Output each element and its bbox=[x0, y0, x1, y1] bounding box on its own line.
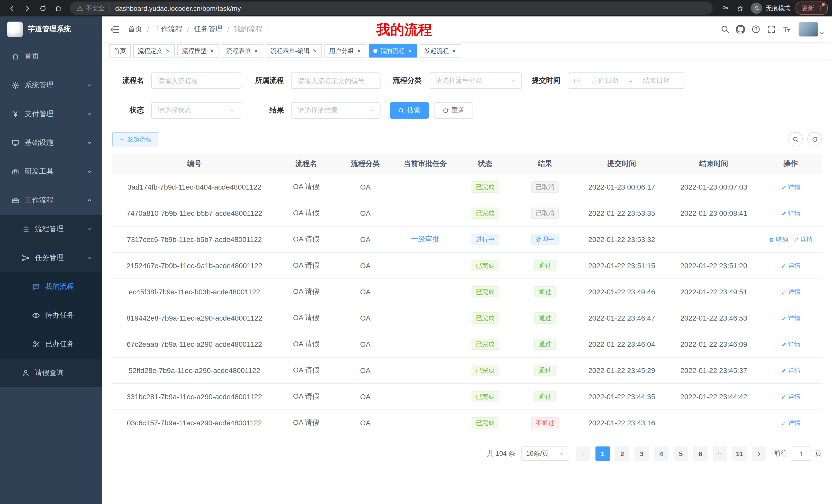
detail-action-button[interactable]: 详情 bbox=[781, 340, 800, 348]
breadcrumb-link[interactable]: 工作流程 bbox=[154, 25, 183, 34]
sidebar-item-done-tasks[interactable]: 已办任务 bbox=[0, 330, 102, 359]
close-icon[interactable] bbox=[407, 48, 412, 53]
toggle-search-button[interactable] bbox=[788, 132, 803, 146]
hamburger-icon[interactable] bbox=[102, 24, 128, 34]
process-def-input[interactable] bbox=[291, 73, 381, 89]
cell-id: 7470a810-7b9b-11ec-b5b7-acde48001122 bbox=[112, 200, 277, 226]
start-process-button[interactable]: 发起流程 bbox=[112, 132, 158, 146]
cell-submit-time: 2022-01-22 23:46:47 bbox=[575, 305, 668, 331]
page-size-select[interactable]: 10条/页 bbox=[521, 446, 569, 461]
fullscreen-icon[interactable] bbox=[763, 22, 779, 37]
close-icon[interactable] bbox=[209, 48, 214, 53]
search-button[interactable]: 搜索 bbox=[390, 102, 429, 119]
tab-process-model[interactable]: 流程模型 bbox=[177, 44, 219, 58]
sidebar-item-infrastructure[interactable]: 基础设施 bbox=[0, 129, 102, 157]
user-menu[interactable] bbox=[799, 22, 825, 36]
total-count: 共 104 条 bbox=[487, 449, 515, 458]
page-button[interactable]: 6 bbox=[693, 446, 707, 461]
detail-action-button[interactable]: 详情 bbox=[781, 366, 800, 375]
close-icon[interactable] bbox=[451, 48, 457, 53]
detail-action-button[interactable]: 详情 bbox=[781, 209, 800, 218]
detail-action-button[interactable]: 详情 bbox=[781, 314, 800, 323]
table-header-row: 编号流程名流程分类当前审批任务状态结果提交时间结束时间操作 bbox=[112, 153, 822, 174]
more-pages-button[interactable] bbox=[713, 446, 727, 461]
sidebar-item-dev-tools[interactable]: 研发工具 bbox=[0, 157, 102, 186]
address-bar[interactable]: 不安全 dashboard.yudao.iocoder.cn/bpm/task/… bbox=[70, 2, 713, 15]
tab-user-group[interactable]: 用户分组 bbox=[324, 44, 366, 58]
goto-page-input[interactable] bbox=[791, 446, 811, 461]
page-button[interactable]: 5 bbox=[674, 446, 688, 461]
close-icon[interactable] bbox=[254, 48, 259, 53]
cell-status: 已完成 bbox=[456, 331, 515, 357]
breadcrumb-link[interactable]: 首页 bbox=[128, 25, 142, 34]
table-toolbar: 发起流程 bbox=[112, 132, 822, 146]
refresh-table-button[interactable] bbox=[807, 132, 822, 146]
sidebar-item-home[interactable]: 首页 bbox=[0, 42, 102, 71]
tab-my-process[interactable]: 我的流程 bbox=[369, 44, 417, 58]
update-button[interactable]: 更新 bbox=[796, 2, 828, 15]
browser-menu-button[interactable] bbox=[815, 4, 825, 13]
tab-process-definition[interactable]: 流程定义 bbox=[133, 44, 175, 58]
close-icon[interactable] bbox=[356, 48, 362, 53]
sidebar-item-payment-management[interactable]: 支付管理 bbox=[0, 100, 102, 129]
breadcrumb-link[interactable]: 任务管理 bbox=[194, 25, 223, 34]
tab-start-process[interactable]: 发起流程 bbox=[420, 44, 461, 58]
avatar[interactable] bbox=[799, 22, 818, 36]
incognito-badge: 无痕模式 bbox=[751, 3, 790, 14]
tab-home[interactable]: 首页 bbox=[109, 44, 131, 58]
search-icon[interactable] bbox=[717, 22, 733, 37]
detail-action-button[interactable]: 详情 bbox=[781, 183, 800, 191]
current-task-link[interactable]: 一级审批 bbox=[411, 235, 440, 243]
column-header: 操作 bbox=[759, 153, 822, 174]
bookmark-star-icon[interactable] bbox=[733, 2, 747, 15]
filter-process-name: 流程名 bbox=[112, 73, 241, 89]
detail-action-button[interactable]: 详情 bbox=[781, 261, 800, 270]
page-button[interactable]: 2 bbox=[615, 446, 629, 461]
next-page-button[interactable] bbox=[752, 446, 766, 461]
page-button[interactable]: 4 bbox=[654, 446, 669, 461]
browser-forward-icon[interactable] bbox=[21, 2, 34, 15]
result-select[interactable]: 请选择流结果 bbox=[291, 102, 381, 119]
sidebar-item-process-management[interactable]: 流程管理 bbox=[0, 215, 102, 244]
cell-result: 通过 bbox=[515, 331, 575, 357]
submit-time-range-picker[interactable]: 开始日期 - 结束日期 bbox=[568, 73, 684, 89]
prev-page-button[interactable] bbox=[576, 446, 590, 461]
help-icon[interactable] bbox=[748, 22, 763, 37]
github-icon[interactable] bbox=[733, 22, 748, 37]
sidebar-item-my-process[interactable]: 我的流程 bbox=[0, 272, 102, 301]
status-select[interactable]: 请选择状态 bbox=[151, 102, 241, 119]
cell-process-name: OA 请假 bbox=[277, 331, 336, 357]
category-select[interactable]: 请选择流程分类 bbox=[429, 73, 522, 89]
browser-reload-icon[interactable] bbox=[36, 2, 49, 15]
sidebar-item-workflow[interactable]: 工作流程 bbox=[0, 186, 102, 215]
detail-action-button[interactable]: 详情 bbox=[781, 392, 800, 401]
tab-process-form[interactable]: 流程表单 bbox=[222, 44, 263, 58]
table-body: 3ad174fb-7b9d-11ec-8404-acde48001122OA 请… bbox=[112, 174, 822, 436]
sidebar-item-todo-tasks[interactable]: 待办任务 bbox=[0, 301, 102, 330]
sidebar-item-system-management[interactable]: 系统管理 bbox=[0, 71, 102, 100]
close-icon[interactable] bbox=[312, 48, 317, 53]
browser-back-icon[interactable] bbox=[5, 2, 19, 15]
tab-process-form-edit[interactable]: 流程表单-编辑 bbox=[266, 44, 322, 58]
cancel-action-button[interactable]: 取消 bbox=[769, 235, 788, 244]
chevron-up-icon bbox=[86, 255, 93, 261]
detail-action-button[interactable]: 详情 bbox=[793, 235, 813, 244]
sidebar-item-label: 待办任务 bbox=[45, 311, 102, 320]
close-icon[interactable] bbox=[165, 48, 170, 53]
process-name-label: 流程名 bbox=[112, 76, 151, 85]
page-button[interactable]: 1 bbox=[595, 446, 610, 461]
page-button[interactable]: 3 bbox=[634, 446, 649, 461]
breadcrumb-current: 我的流程 bbox=[234, 25, 262, 34]
detail-action-button[interactable]: 详情 bbox=[781, 287, 800, 296]
sidebar-item-task-management[interactable]: 任务管理 bbox=[0, 244, 102, 272]
detail-action-button[interactable]: 详情 bbox=[781, 418, 800, 427]
process-name-input[interactable] bbox=[151, 73, 241, 89]
table-row: 331bc281-7b9a-11ec-a290-acde48001122OA 请… bbox=[112, 384, 822, 410]
reset-button[interactable]: 重置 bbox=[434, 102, 473, 119]
browser-home-icon[interactable] bbox=[51, 2, 65, 15]
font-size-icon[interactable] bbox=[779, 22, 795, 37]
password-key-icon[interactable] bbox=[718, 2, 731, 15]
sidebar-item-leave-query[interactable]: 请假查询 bbox=[0, 359, 102, 387]
toolbox-icon bbox=[11, 167, 20, 176]
page-button[interactable]: 11 bbox=[732, 446, 747, 461]
